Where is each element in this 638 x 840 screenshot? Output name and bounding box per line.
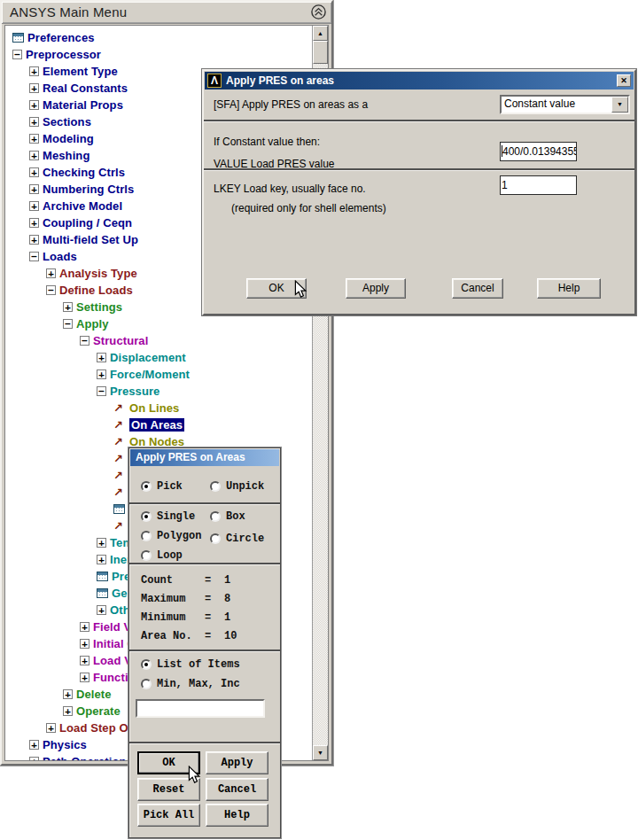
lkey-input[interactable]: 1 [500, 175, 577, 195]
tree-item-label: Multi-field Set Up [43, 233, 138, 246]
list-of-items-radio[interactable]: List of Items [141, 658, 240, 671]
minus-expander-icon[interactable]: − [97, 386, 106, 396]
tree-item-label: Settings [76, 300, 122, 314]
dialog-box-icon [97, 588, 108, 598]
plus-expander-icon[interactable]: + [29, 134, 39, 144]
scroll-down-icon[interactable]: ▼ [313, 745, 328, 760]
plus-expander-icon[interactable]: + [80, 656, 89, 665]
tree-item-on-lines[interactable]: ↗On Lines [5, 400, 313, 416]
plus-expander-icon[interactable]: + [63, 689, 73, 699]
plus-expander-icon[interactable]: + [29, 151, 39, 160]
pres-type-combobox[interactable]: Constant value ▼ [500, 95, 630, 114]
dialog-box-icon [113, 504, 125, 514]
plus-expander-icon[interactable]: + [29, 117, 39, 127]
scroll-up-icon[interactable]: ▲ [313, 26, 328, 41]
tree-item-label: Preferences [27, 31, 95, 44]
minus-expander-icon[interactable]: − [63, 319, 73, 329]
radio-icon[interactable] [141, 679, 152, 689]
dialog-titlebar[interactable]: Λ Apply PRES on areas ✕ [205, 72, 634, 89]
plus-expander-icon[interactable]: + [29, 83, 39, 93]
separator [129, 502, 280, 505]
menu-titlebar[interactable]: ANSYS Main Menu [2, 2, 331, 24]
minus-expander-icon[interactable]: − [80, 336, 89, 346]
plus-expander-icon[interactable]: + [29, 66, 39, 76]
tree-item-on-areas[interactable]: ↗On Areas [5, 416, 313, 433]
plus-expander-icon[interactable]: + [29, 218, 39, 228]
tree-item-preprocessor[interactable]: −Preprocessor [5, 46, 313, 63]
pick-arrow-icon: ↗ [113, 470, 126, 481]
plus-expander-icon[interactable]: + [29, 740, 39, 750]
plus-expander-icon[interactable]: + [80, 639, 89, 649]
combo-dropdown-icon[interactable]: ▼ [611, 97, 628, 113]
pick-all-button[interactable]: Pick All [137, 804, 200, 827]
tree-item-label: Apply [76, 317, 109, 331]
plus-expander-icon[interactable]: + [97, 353, 106, 362]
plus-expander-icon[interactable]: + [97, 555, 106, 564]
plus-expander-icon[interactable]: + [63, 706, 73, 716]
tree-item-label: Loads [43, 250, 77, 263]
radio-icon[interactable] [141, 511, 152, 522]
separator [129, 563, 280, 565]
minus-expander-icon[interactable]: − [29, 252, 39, 261]
sfa-label: [SFA] Apply PRES on areas as a [214, 98, 368, 111]
circle-radio[interactable]: Circle [210, 533, 264, 545]
tree-item-displacement[interactable]: +Displacement [5, 349, 313, 366]
tree-item-force-moment[interactable]: +Force/Moment [5, 366, 313, 383]
tree-item-label: On Nodes [129, 435, 184, 448]
plus-expander-icon[interactable]: + [97, 369, 106, 379]
pick-arrow-icon: ↗ [113, 419, 126, 431]
separator [129, 649, 280, 652]
plus-expander-icon[interactable]: + [46, 268, 56, 278]
picker-titlebar[interactable]: Apply PRES on Areas [130, 449, 279, 466]
radio-icon[interactable] [210, 481, 221, 492]
help-button[interactable]: Help [537, 278, 601, 299]
separator [129, 742, 280, 744]
unpick-radio[interactable]: Unpick [210, 480, 264, 493]
tree-item-pressure[interactable]: −Pressure [5, 383, 313, 400]
loop-radio[interactable]: Loop [141, 549, 183, 562]
plus-expander-icon[interactable]: + [29, 100, 39, 110]
plus-expander-icon[interactable]: + [97, 538, 106, 548]
min-max-inc-radio[interactable]: Min, Max, Inc [141, 678, 240, 690]
apply-button[interactable]: Apply [206, 751, 268, 774]
item-list-input[interactable] [136, 699, 265, 718]
radio-icon[interactable] [141, 659, 152, 670]
pick-arrow-icon: ↗ [113, 402, 126, 414]
value-input[interactable]: 400/0.01394355 [500, 142, 577, 161]
plus-expander-icon[interactable]: + [80, 622, 89, 632]
tree-item-preferences[interactable]: Preferences [5, 29, 313, 46]
tree-item-apply[interactable]: −Apply [5, 315, 313, 332]
pick-radio[interactable]: Pick [141, 480, 183, 493]
plus-expander-icon[interactable]: + [97, 605, 106, 615]
apply-button[interactable]: Apply [346, 278, 406, 299]
minus-expander-icon[interactable]: − [46, 285, 56, 295]
close-icon[interactable]: ✕ [617, 74, 631, 87]
radio-icon[interactable] [210, 533, 221, 544]
tree-item-structural[interactable]: −Structural [5, 332, 313, 349]
plus-expander-icon[interactable]: + [29, 235, 39, 245]
plus-expander-icon[interactable]: + [63, 302, 73, 312]
radio-icon[interactable] [141, 531, 152, 541]
single-radio[interactable]: Single [141, 510, 195, 523]
pick-arrow-icon: ↗ [113, 436, 126, 447]
radio-icon[interactable] [141, 481, 152, 492]
plus-expander-icon[interactable]: + [29, 184, 39, 194]
minus-expander-icon[interactable]: − [12, 50, 22, 59]
cancel-button[interactable]: Cancel [452, 278, 503, 299]
polygon-radio[interactable]: Polygon [141, 530, 201, 542]
plus-expander-icon[interactable]: + [46, 723, 56, 733]
radio-icon[interactable] [210, 511, 221, 522]
collapse-menu-icon[interactable] [310, 4, 327, 20]
plus-expander-icon[interactable]: + [29, 167, 39, 177]
help-button[interactable]: Help [206, 804, 268, 827]
cancel-button[interactable]: Cancel [206, 778, 268, 801]
picker-title: Apply PRES on Areas [136, 451, 245, 463]
plus-expander-icon[interactable]: + [29, 757, 39, 760]
tree-item-label: Path Operations [43, 755, 133, 760]
plus-expander-icon[interactable]: + [29, 201, 39, 211]
radio-icon[interactable] [141, 550, 152, 561]
scrollbar-thumb[interactable] [313, 41, 328, 64]
plus-expander-icon[interactable]: + [80, 673, 89, 682]
separator [204, 120, 634, 122]
box-radio[interactable]: Box [210, 510, 245, 523]
